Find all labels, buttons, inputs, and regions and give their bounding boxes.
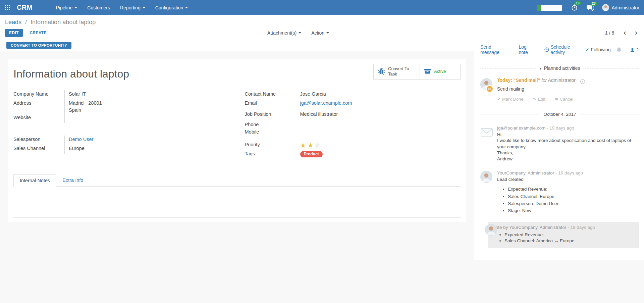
archive-box-icon: [424, 68, 431, 75]
mark-done-button[interactable]: ✔Mark Done: [497, 97, 523, 102]
log-note-button[interactable]: Log note: [519, 44, 537, 55]
active-toggle-button[interactable]: Active: [420, 64, 461, 80]
breadcrumb: Leads / Information about laptop: [5, 19, 639, 26]
cancel-activity-button[interactable]: ✖Cancel: [555, 97, 573, 102]
statusbar: CONVERT TO OPPORTUNITY: [0, 40, 474, 51]
envelope-avatar-icon: [480, 126, 493, 140]
activity-actions: ✔Mark Done ✎Edit ✖Cancel: [497, 97, 639, 102]
following-button[interactable]: ✔ Following: [585, 47, 610, 52]
convert-to-task-button[interactable]: Convert To Task: [373, 64, 420, 80]
bullet-item: Salesperson: Demo User: [508, 201, 639, 207]
check-icon: ✔: [497, 97, 501, 102]
apps-grid-icon[interactable]: [5, 5, 11, 11]
menu-configuration[interactable]: Configuration: [150, 1, 193, 15]
email-activity-badge-icon: ✉: [486, 85, 493, 93]
star-empty-icon[interactable]: ☆: [315, 142, 322, 149]
star-filled-icon[interactable]: ★: [307, 142, 315, 149]
tab-extra-info[interactable]: Extra Info: [56, 174, 89, 186]
message-bullet-list: Expected Revenue: Sales Channel: Europe …: [497, 186, 639, 214]
control-panel: Leads / Information about laptop EDIT CR…: [0, 15, 644, 40]
systray-progress-bar[interactable]: [537, 5, 562, 11]
control-panel-row: EDIT CREATE Attachment(s) Action 1 / 8 ‹…: [5, 29, 639, 37]
field-group: Priority ★★☆ Tags Product: [245, 141, 461, 159]
dashed-divider: [583, 68, 639, 68]
check-icon: ✔: [585, 47, 589, 52]
menu-reporting[interactable]: Reporting: [115, 1, 150, 15]
breadcrumb-leads[interactable]: Leads: [5, 19, 21, 26]
notebook-tabs: Internal Notes Extra Info: [13, 174, 461, 187]
job-position-value: Medical illustrator: [296, 110, 461, 119]
form-view: CONVERT TO OPPORTUNITY Convert To Task: [0, 40, 474, 222]
field-company-name: Company Name Solar IT: [13, 90, 229, 99]
bullet-item: Sales Channel: America → Europe: [504, 238, 635, 243]
salesperson-link[interactable]: Demo User: [69, 137, 93, 142]
pager-value[interactable]: 1 / 8: [605, 30, 614, 36]
attachments-dropdown[interactable]: Attachment(s): [267, 30, 301, 36]
message-header: jga@solar.example.com - 19 days ago: [497, 125, 639, 131]
app-title: CRM: [17, 4, 32, 11]
top-navbar: CRM Pipeline Customers Reporting Configu…: [0, 0, 644, 15]
chevron-left-icon[interactable]: ‹: [624, 31, 626, 35]
message-body: Hi, I would like to know more about spec…: [497, 132, 639, 162]
sales-channel-value: Europe: [64, 145, 229, 154]
bullet-item: Sales Channel: Europe: [508, 194, 639, 200]
followers-button[interactable]: 2: [630, 47, 639, 52]
messages-badge: 23: [590, 2, 597, 6]
note-message-item: Note by YourCompany, Administrator - 19 …: [480, 222, 639, 248]
mobile-value: [296, 129, 461, 136]
address-value: Madrid28001 Spain: [64, 99, 229, 114]
field-group: Company Name Solar IT Address Madrid2800…: [13, 90, 229, 123]
chatter-toolbar: Send message Log note Schedule activity …: [480, 44, 639, 55]
tab-content: [13, 187, 461, 217]
bug-icon: [378, 67, 385, 76]
user-avatar[interactable]: [602, 4, 609, 11]
info-icon[interactable]: i: [580, 79, 585, 84]
caret-down-icon: [143, 7, 145, 8]
message-time: - 19 days ago: [555, 170, 583, 175]
convert-to-opportunity-button[interactable]: CONVERT TO OPPORTUNITY: [6, 42, 71, 49]
activity-clock-icon[interactable]: 19: [571, 4, 578, 11]
avatar: [485, 224, 497, 236]
caret-down-icon: [326, 32, 329, 34]
edit-button[interactable]: EDIT: [5, 29, 23, 37]
edit-activity-button[interactable]: ✎Edit: [533, 97, 545, 102]
avatar: [480, 171, 492, 183]
breadcrumb-current: Information about laptop: [31, 19, 96, 26]
systray: 19 23 Administrator: [537, 4, 639, 11]
main-menu: Pipeline Customers Reporting Configurati…: [51, 1, 193, 15]
field-contact-name: Contact Name Jose Garcia: [245, 90, 461, 99]
message-author: jga@solar.example.com: [497, 125, 545, 131]
email-link[interactable]: jga@solar.example.com: [300, 100, 352, 106]
activity-summary-line: Today: "Send mail" for Administrator i: [497, 78, 639, 84]
star-filled-icon[interactable]: ★: [300, 142, 308, 149]
schedule-activity-button[interactable]: Schedule activity: [544, 44, 586, 55]
planned-activities-toggle[interactable]: ▾Planned activities: [536, 66, 583, 71]
messages-icon[interactable]: 23: [587, 4, 594, 11]
field-mobile: Mobile: [245, 129, 461, 136]
pager: 1 / 8 ‹ ›: [605, 30, 639, 36]
caret-down-icon: [299, 32, 301, 34]
date-divider: October 4, 2017: [480, 112, 639, 117]
field-sales-channel: Sales Channel Europe: [13, 145, 229, 154]
create-button[interactable]: CREATE: [30, 31, 47, 35]
caret-down-icon: [185, 7, 188, 8]
message-item: YourCompany, Administrator - 19 days ago…: [480, 170, 639, 214]
chevron-right-icon[interactable]: ›: [635, 31, 637, 35]
bullet-item: Expected Revenue:: [508, 186, 639, 192]
navbar-left: CRM Pipeline Customers Reporting Configu…: [5, 1, 193, 15]
breadcrumb-separator: /: [25, 19, 27, 26]
followers-count: 2: [636, 47, 639, 52]
action-dropdown[interactable]: Action: [311, 30, 329, 36]
tab-internal-notes[interactable]: Internal Notes: [13, 174, 56, 187]
bell-icon[interactable]: [616, 47, 622, 52]
field-email: Email jga@solar.example.com: [245, 99, 461, 108]
menu-pipeline[interactable]: Pipeline: [51, 1, 82, 15]
field-group: Salesperson Demo User Sales Channel Euro…: [13, 136, 229, 154]
activity-item: ✉ Today: "Send mail" for Administrator i…: [480, 78, 639, 102]
menu-customers[interactable]: Customers: [82, 1, 115, 15]
user-name[interactable]: Administrator: [612, 5, 639, 10]
note-body: Note by YourCompany, Administrator - 19 …: [488, 222, 639, 248]
priority-stars[interactable]: ★★☆: [296, 141, 461, 150]
field-tags: Tags Product: [245, 150, 461, 159]
send-message-button[interactable]: Send message: [480, 44, 512, 55]
